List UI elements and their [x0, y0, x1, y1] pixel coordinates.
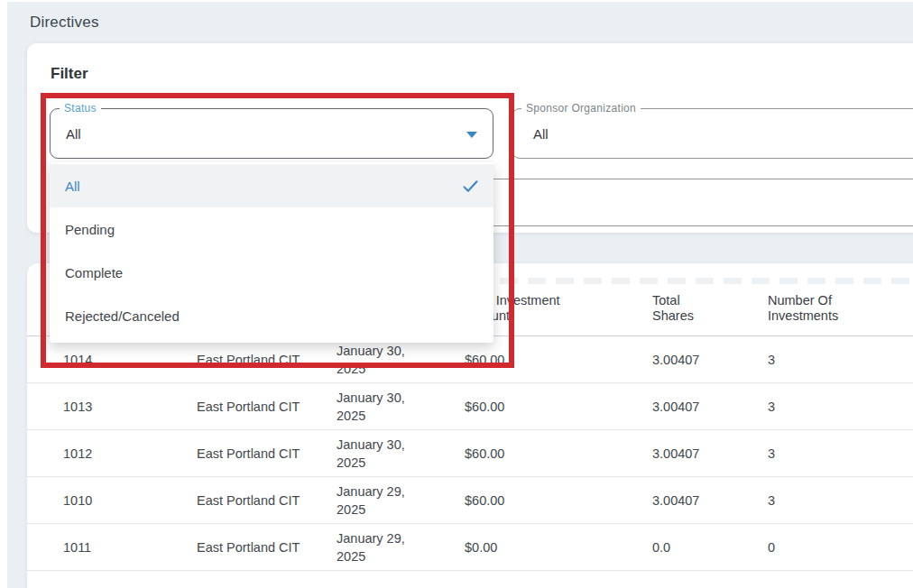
status-dropdown-menu: All Pending Complete Rejected/Canceled	[50, 162, 493, 343]
status-select-value: All	[66, 126, 81, 142]
table-row[interactable]: 1012 East Portland CIT January 30, 2025 …	[27, 430, 913, 477]
cell-sponsor: East Portland CIT	[197, 351, 337, 369]
cell-amount: $60.00	[465, 398, 652, 416]
cell-amount: $60.00	[465, 445, 652, 463]
cell-date: January 30, 2025	[337, 436, 427, 472]
dropdown-option-label: Pending	[65, 222, 115, 237]
cell-sponsor: East Portland CIT	[197, 445, 337, 463]
cell-sponsor: East Portland CIT	[197, 492, 337, 510]
sponsor-organization-value: All	[533, 126, 549, 142]
cell-num-investments: 3	[768, 492, 913, 510]
dropdown-option-complete[interactable]: Complete	[50, 251, 493, 294]
dropdown-option-label: All	[65, 179, 80, 194]
table-row[interactable]: 1013 East Portland CIT January 30, 2025 …	[27, 383, 913, 430]
cell-date: January 29, 2025	[337, 482, 427, 519]
cell-date: January 30, 2025	[337, 342, 427, 378]
cell-id: 1014	[63, 351, 197, 369]
sponsor-organization-label: Sponsor Organization	[521, 102, 641, 115]
table-row[interactable]: 1011 East Portland CIT January 29, 2025 …	[27, 524, 913, 571]
col-header-number-of-investments: Number Of Investments	[768, 293, 869, 324]
page-title: Directives	[30, 14, 99, 32]
cell-sponsor: East Portland CIT	[197, 398, 337, 416]
cell-num-investments: 0	[768, 538, 913, 556]
cell-id: 1013	[63, 398, 197, 416]
cell-id: 1011	[63, 538, 197, 556]
check-icon	[461, 177, 480, 196]
sponsor-organization-select[interactable]: Sponsor Organization All	[512, 108, 913, 159]
cell-shares: 3.00407	[652, 351, 768, 369]
dropdown-option-all[interactable]: All	[50, 164, 493, 207]
cell-shares: 3.00407	[652, 445, 768, 463]
cell-shares: 3.00407	[652, 398, 768, 416]
col-header-total-shares: Total Shares	[652, 293, 708, 324]
dropdown-option-label: Complete	[65, 265, 123, 280]
table-row[interactable]: 1010 East Portland CIT January 29, 2025 …	[27, 477, 913, 524]
cell-amount: $60.00	[465, 492, 652, 510]
cell-amount: $60.00	[465, 351, 652, 369]
cell-num-investments: 3	[768, 351, 913, 369]
dropdown-option-rejected-canceled[interactable]: Rejected/Canceled	[50, 294, 493, 337]
cell-sponsor: East Portland CIT	[197, 538, 337, 556]
cell-date: January 29, 2025	[337, 529, 427, 565]
cell-num-investments: 3	[768, 445, 913, 463]
dropdown-option-label: Rejected/Canceled	[65, 308, 180, 324]
cell-shares: 3.00407	[652, 492, 768, 510]
dropdown-option-pending[interactable]: Pending	[50, 207, 493, 251]
directives-page: Directives Filter Status All Sponsor Org…	[0, 0, 913, 588]
filter-heading: Filter	[51, 65, 88, 83]
table-row[interactable]: 1014 East Portland CIT January 30, 2025 …	[27, 336, 913, 383]
chevron-down-icon	[466, 132, 477, 138]
cell-amount: $0.00	[465, 538, 652, 556]
cell-num-investments: 3	[768, 398, 913, 416]
status-select-label: Status	[60, 102, 101, 115]
cell-shares: 0.0	[652, 538, 768, 556]
cell-date: January 30, 2025	[337, 389, 427, 425]
status-select[interactable]: Status All	[50, 108, 493, 159]
cell-id: 1012	[63, 445, 197, 463]
cell-id: 1010	[63, 492, 197, 510]
